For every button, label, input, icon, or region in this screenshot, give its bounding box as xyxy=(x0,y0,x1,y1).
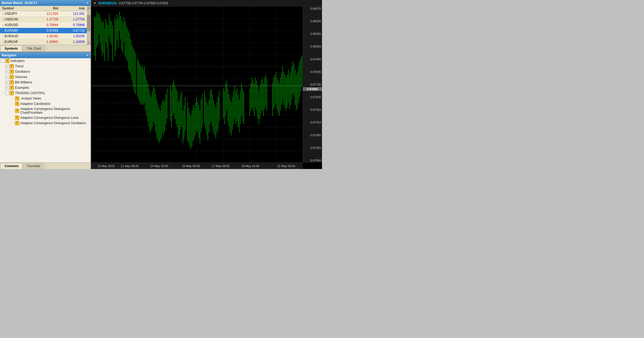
time-axis-label: 18 May 16:00 xyxy=(241,164,259,168)
price-level-label: 0.87520 xyxy=(304,108,321,111)
tree-item-label: Adaptive Candlestick xyxy=(20,102,50,106)
candlestick-svg xyxy=(91,6,303,163)
tree-item[interactable]: ·fAdaptive Convergence Divergence ChartP… xyxy=(0,106,91,115)
tree-item[interactable]: -fIndicators xyxy=(0,58,91,64)
left-panel: Market Watch: 15:02:17 × Symbol Bid Ask … xyxy=(0,0,91,169)
chart-panel: ▼ EURGBP,H1 0.87708 0.87740 0.87690 0.87… xyxy=(91,0,322,169)
chart-area: 0.883700.882650.881550.880500.879450.878… xyxy=(91,6,322,169)
table-row[interactable]: ↑EURGBP0.876930.87719 xyxy=(0,28,87,34)
tree-item-label: Adaptive Convergence Divergence Lines xyxy=(20,116,78,120)
table-row[interactable]: ↓USDCAD1.277291.27754 xyxy=(0,17,87,22)
nav-tab-separator: | xyxy=(45,163,48,169)
current-price-box: 0.87693 xyxy=(303,87,322,91)
cell-ask: 0.75869 xyxy=(60,22,87,28)
price-axis: 0.883700.882650.881550.880500.879450.878… xyxy=(303,6,322,163)
tree-line: · xyxy=(11,116,14,119)
tree-item-label: Indicators xyxy=(11,59,25,63)
cell-ask: 111.031 xyxy=(60,11,87,17)
price-level-label: 0.88155 xyxy=(304,32,321,35)
tree-item[interactable]: +fTrend xyxy=(0,64,91,69)
cell-ask: 0.87719 xyxy=(60,28,87,34)
chart-header: ▼ EURGBP,H1 0.87708 0.87740 0.87690 0.87… xyxy=(91,0,322,6)
tree-item-label: Trend xyxy=(15,64,23,68)
navigator-titlebar: Navigator × xyxy=(0,52,91,58)
scroll-thumb[interactable] xyxy=(87,15,90,31)
tree-item[interactable]: ·f.Analyst Views xyxy=(0,96,91,101)
tab-tick-chart[interactable]: Tick Chart xyxy=(23,46,45,52)
tree-item-label: Bill Williams xyxy=(15,80,32,84)
cell-bid: 1.16903 xyxy=(34,39,60,45)
folder-icon: f xyxy=(10,64,14,68)
tree-item[interactable]: +fExamples xyxy=(0,85,91,90)
tree-item-label: TRADING CENTRAL xyxy=(15,91,45,95)
scroll-down-arrow[interactable]: ▼ xyxy=(87,41,91,45)
market-watch-scrollbar[interactable]: ▲ ▼ xyxy=(87,6,91,45)
tree-item-label: Adaptive Convergence Divergence Oscillat… xyxy=(20,121,86,125)
tree-item-label: Examples xyxy=(15,86,29,90)
scroll-up-arrow[interactable]: ▲ xyxy=(87,6,91,10)
col-ask: Ask xyxy=(60,6,87,11)
tree-item[interactable]: ·fAdaptive Convergence Divergence Oscill… xyxy=(0,120,91,126)
tree-item-label: .Analyst Views xyxy=(20,97,41,100)
tree-expand-btn[interactable]: + xyxy=(5,64,9,68)
navigator-close-button[interactable]: × xyxy=(86,53,89,57)
folder-icon: f xyxy=(15,109,19,113)
cell-symbol: ↓USDCAD xyxy=(0,17,34,22)
table-row[interactable]: ↑EURAUD1.551921.55235 xyxy=(0,34,87,39)
folder-icon: f xyxy=(15,102,19,106)
folder-icon: f xyxy=(15,121,19,125)
tree-item[interactable]: -fTRADING CENTRAL xyxy=(0,90,91,96)
tree-item-label: Oscillators xyxy=(15,70,30,74)
tree-expand-btn[interactable]: - xyxy=(1,59,5,63)
tree-line: · xyxy=(11,102,14,105)
time-axis-label: 14 May 16:00 xyxy=(150,164,168,168)
folder-icon: f xyxy=(15,96,19,101)
tree-line: · xyxy=(11,97,14,100)
cell-bid: 111.010 xyxy=(34,11,60,17)
cell-ask: 1.55235 xyxy=(60,34,87,39)
tree-line: · xyxy=(11,109,14,112)
tree-item[interactable]: ·fAdaptive Candlestick xyxy=(0,101,91,106)
table-row[interactable]: ↓USDJPY111.010111.031 xyxy=(0,11,87,17)
price-level-label: 0.88370 xyxy=(304,7,321,10)
chart-prices: 0.87708 0.87740 0.87690 0.87693 xyxy=(119,1,168,5)
table-row[interactable]: ↓AUDUSD0.758440.75869 xyxy=(0,22,87,28)
chart-dropdown-arrow: ▼ xyxy=(93,1,96,5)
tree-item[interactable]: ·fAdaptive Convergence Divergence Lines xyxy=(0,115,91,120)
table-row[interactable]: ↓EURCHF1.169031.16939 xyxy=(0,39,87,45)
price-level-label: 0.87945 xyxy=(304,58,321,61)
time-axis-label: 22 May 00:00 xyxy=(277,164,295,168)
tree-expand-btn[interactable]: + xyxy=(5,80,9,84)
market-watch-close-button[interactable]: × xyxy=(86,1,89,5)
tab-separator: | xyxy=(46,46,48,52)
price-level-label: 0.87835 xyxy=(304,70,321,74)
tree-expand-btn[interactable]: - xyxy=(5,91,9,95)
tab-common[interactable]: Common xyxy=(1,163,23,169)
tree-line: · xyxy=(11,122,14,125)
navigator-tree: -fIndicators+fTrend+fOscillators+fVolume… xyxy=(0,58,91,162)
navigator-panel: Navigator × -fIndicators+fTrend+fOscilla… xyxy=(0,52,91,169)
cell-ask: 1.16939 xyxy=(60,39,87,45)
cell-symbol: ↓USDJPY xyxy=(0,11,34,17)
navigator-tab-bar: Common Favorites | xyxy=(0,162,91,169)
cell-bid: 0.75844 xyxy=(34,22,60,28)
tab-favorites[interactable]: Favorites xyxy=(23,163,44,169)
tree-expand-btn[interactable]: + xyxy=(5,70,9,74)
table-header-row: Symbol Bid Ask xyxy=(0,6,87,11)
cell-ask: 1.27754 xyxy=(60,17,87,22)
tree-item[interactable]: +fOscillators xyxy=(0,69,91,74)
tree-expand-btn[interactable]: + xyxy=(5,75,9,79)
price-level-label: 0.88265 xyxy=(304,20,321,23)
tree-expand-btn[interactable]: + xyxy=(5,86,9,90)
tab-symbols[interactable]: Symbols xyxy=(1,46,22,52)
tree-item[interactable]: +fVolumes xyxy=(0,74,91,80)
time-axis: 10 May 201811 May 08:0014 May 16:0016 Ma… xyxy=(91,163,303,169)
market-watch-panel: Market Watch: 15:02:17 × Symbol Bid Ask … xyxy=(0,0,91,52)
tree-item-label: Adaptive Convergence Divergence ChartPri… xyxy=(20,107,89,115)
cell-symbol: ↓AUDUSD xyxy=(0,22,34,28)
tree-item[interactable]: +fBill Williams xyxy=(0,80,91,85)
time-axis-label: 11 May 08:00 xyxy=(121,164,139,168)
cell-symbol: ↑EURAUD xyxy=(0,34,34,39)
price-level-label: 0.87625 xyxy=(304,95,321,99)
cell-bid: 0.87693 xyxy=(34,28,60,34)
